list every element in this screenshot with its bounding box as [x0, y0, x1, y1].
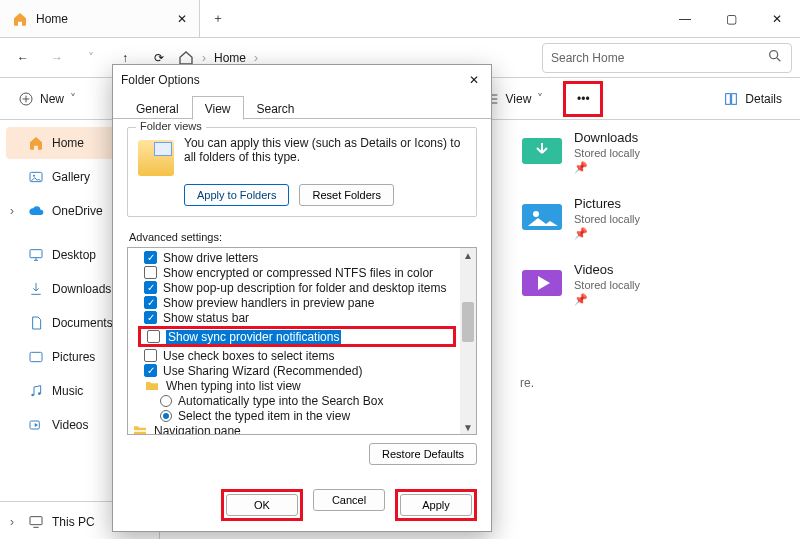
maximize-button[interactable]: ▢	[708, 0, 754, 37]
opt-show-drive-letters[interactable]: ✓Show drive letters	[128, 250, 460, 265]
folder-tree-icon	[132, 423, 148, 435]
dialog-close-button[interactable]: ✕	[465, 69, 483, 91]
advanced-settings-label: Advanced settings:	[129, 231, 477, 243]
gallery-icon	[28, 169, 44, 185]
plus-circle-icon	[18, 91, 34, 107]
chevron-right-icon: ›	[252, 51, 260, 65]
more-button[interactable]: •••	[568, 86, 598, 112]
tab-view[interactable]: View	[192, 96, 244, 120]
search-placeholder: Search Home	[551, 51, 624, 65]
pin-icon: 📌	[574, 227, 640, 240]
videos-folder-icon	[520, 262, 564, 298]
search-icon	[767, 48, 783, 67]
chevron-right-icon: ›	[200, 51, 208, 65]
opt-select-typed-item[interactable]: Select the typed item in the view	[128, 408, 460, 423]
details-label: Details	[745, 92, 782, 106]
new-button[interactable]: New ˅	[8, 84, 86, 114]
chevron-down-icon: ˅	[70, 92, 76, 106]
advanced-settings-list: ✓Show drive letters Show encrypted or co…	[127, 247, 477, 435]
chevron-right-icon[interactable]: ›	[10, 515, 14, 529]
opt-show-encrypted[interactable]: Show encrypted or compressed NTFS files …	[128, 265, 460, 280]
ellipsis-icon: •••	[577, 92, 590, 106]
folder-views-text: You can apply this view (such as Details…	[184, 136, 466, 176]
group-legend: Folder views	[136, 120, 206, 132]
folder-name: Downloads	[574, 130, 640, 145]
folder-icon	[144, 378, 160, 394]
tab-search[interactable]: Search	[244, 96, 308, 120]
scroll-up-icon[interactable]: ▲	[460, 248, 476, 262]
up-button[interactable]: ˅	[76, 43, 106, 73]
opt-show-sync-provider[interactable]: Show sync provider notifications	[141, 329, 453, 344]
home-icon	[12, 11, 28, 27]
home-icon	[28, 135, 44, 151]
view-label: View	[506, 92, 532, 106]
ok-highlight: OK	[221, 489, 303, 521]
dialog-tabs: General View Search	[113, 95, 491, 119]
downloads-folder-icon	[520, 130, 564, 166]
truncated-text: re.	[520, 376, 640, 390]
quick-folder-videos[interactable]: Videos Stored locally 📌	[520, 262, 640, 306]
new-tab-button[interactable]: ＋	[200, 0, 236, 37]
new-label: New	[40, 92, 64, 106]
search-input[interactable]: Search Home	[542, 43, 792, 73]
sidebar-item-label: OneDrive	[52, 204, 103, 218]
chevron-down-icon: ˅	[537, 92, 543, 106]
opt-show-preview-handlers[interactable]: ✓Show preview handlers in preview pane	[128, 295, 460, 310]
checkbox-icon	[144, 266, 157, 279]
checkbox-icon: ✓	[144, 251, 157, 264]
close-window-button[interactable]: ✕	[754, 0, 800, 37]
opt-auto-type-search[interactable]: Automatically type into the Search Box	[128, 393, 460, 408]
svg-point-10	[38, 392, 41, 395]
folder-views-group: Folder views You can apply this view (su…	[127, 127, 477, 217]
scroll-down-icon[interactable]: ▼	[460, 420, 476, 434]
document-icon	[28, 315, 44, 331]
svg-point-15	[533, 211, 539, 217]
close-tab-icon[interactable]: ✕	[177, 12, 187, 26]
folder-desc: Stored locally	[574, 279, 640, 291]
reset-folders-button[interactable]: Reset Folders	[299, 184, 393, 206]
cancel-button[interactable]: Cancel	[313, 489, 385, 511]
svg-rect-4	[732, 93, 737, 104]
checkbox-icon: ✓	[144, 364, 157, 377]
details-pane-button[interactable]: Details	[713, 84, 792, 114]
breadcrumb-segment[interactable]: Home	[214, 51, 246, 65]
opt-use-check-boxes[interactable]: Use check boxes to select items	[128, 348, 460, 363]
folder-name: Pictures	[574, 196, 640, 211]
apply-button[interactable]: Apply	[400, 494, 472, 516]
sidebar-item-label: Documents	[52, 316, 113, 330]
checkbox-icon	[144, 349, 157, 362]
sidebar-item-label: Gallery	[52, 170, 90, 184]
cloud-icon	[28, 203, 44, 219]
pin-icon: 📌	[574, 161, 640, 174]
sidebar-item-label: Music	[52, 384, 83, 398]
sidebar-item-label: This PC	[52, 515, 95, 529]
svg-rect-8	[30, 352, 42, 361]
svg-point-0	[770, 51, 778, 59]
quick-folder-pictures[interactable]: Pictures Stored locally 📌	[520, 196, 640, 240]
svg-rect-12	[30, 517, 42, 525]
svg-line-1	[777, 58, 780, 61]
folder-desc: Stored locally	[574, 147, 640, 159]
quick-folder-downloads[interactable]: Downloads Stored locally 📌	[520, 130, 640, 174]
back-button[interactable]: ←	[8, 43, 38, 73]
chevron-right-icon[interactable]: ›	[10, 204, 14, 218]
scroll-thumb[interactable]	[462, 302, 474, 342]
restore-defaults-button[interactable]: Restore Defaults	[369, 443, 477, 465]
sidebar-item-label: Downloads	[52, 282, 111, 296]
tab-general[interactable]: General	[123, 96, 192, 120]
opt-show-status-bar[interactable]: ✓Show status bar	[128, 310, 460, 325]
list-scrollbar[interactable]: ▲ ▼	[460, 248, 476, 434]
minimize-button[interactable]: —	[662, 0, 708, 37]
apply-to-folders-button[interactable]: Apply to Folders	[184, 184, 289, 206]
forward-button[interactable]: →	[42, 43, 72, 73]
tab-label: Home	[36, 12, 68, 26]
ok-button[interactable]: OK	[226, 494, 298, 516]
music-icon	[28, 383, 44, 399]
pin-icon: 📌	[574, 293, 640, 306]
sidebar-item-label: Videos	[52, 418, 88, 432]
opt-use-sharing-wizard[interactable]: ✓Use Sharing Wizard (Recommended)	[128, 363, 460, 378]
title-bar: Home ✕ ＋ — ▢ ✕	[0, 0, 800, 38]
tab-home[interactable]: Home ✕	[0, 0, 200, 37]
sidebar-item-label: Home	[52, 136, 84, 150]
opt-show-popup[interactable]: ✓Show pop-up description for folder and …	[128, 280, 460, 295]
